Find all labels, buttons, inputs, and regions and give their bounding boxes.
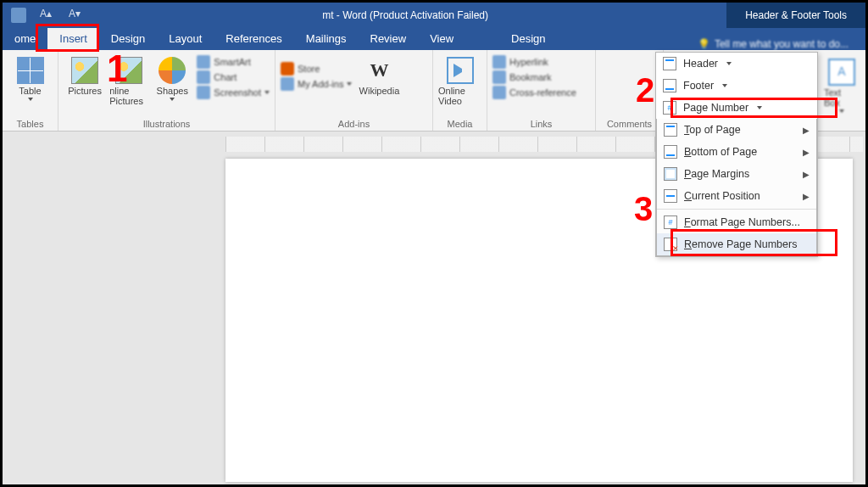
text-box-icon: A	[828, 59, 855, 86]
store-icon	[281, 62, 294, 76]
current-position-menu[interactable]: Current Position ▶	[657, 185, 816, 207]
hyperlink-button[interactable]: Hyperlink	[492, 55, 576, 69]
tell-me-search[interactable]: 💡 Tell me what you want to do...	[681, 38, 865, 50]
header-menu[interactable]: Header	[656, 53, 817, 75]
wikipedia-icon: W	[365, 57, 392, 84]
store-button[interactable]: Store	[281, 62, 352, 76]
chevron-right-icon: ▶	[803, 126, 810, 135]
table-button[interactable]: Table	[8, 53, 53, 101]
group-media: Media	[438, 119, 481, 131]
cross-reference-button[interactable]: Cross-reference	[492, 86, 576, 99]
online-pictures-icon	[115, 57, 142, 84]
page-margins-menu[interactable]: Page Margins ▶	[657, 163, 816, 185]
tab-view[interactable]: View	[418, 28, 465, 50]
window-title: mt - Word (Product Activation Failed)	[84, 9, 726, 21]
footer-menu[interactable]: Footer	[656, 75, 817, 97]
tab-mailings[interactable]: Mailings	[294, 28, 359, 50]
chart-icon	[197, 70, 210, 84]
group-addins: Add-ins	[281, 119, 427, 131]
lightbulb-icon: 💡	[698, 38, 709, 50]
page-number-icon: #	[663, 101, 676, 115]
quick-access-toolbar: A▴ A▾	[3, 8, 84, 23]
group-links: Links	[492, 119, 590, 131]
smartart-button[interactable]: SmartArt	[197, 55, 270, 69]
tab-context-design[interactable]: Design	[499, 28, 557, 50]
chevron-right-icon: ▶	[803, 170, 810, 179]
contextual-tab-group: Header & Footer Tools	[726, 3, 865, 28]
page-margins-icon	[664, 167, 677, 181]
remove-page-numbers-icon	[664, 238, 677, 251]
tab-design[interactable]: Design	[99, 28, 157, 50]
chart-button[interactable]: Chart	[197, 70, 270, 84]
tab-references[interactable]: References	[214, 28, 293, 50]
group-tables: Tables	[8, 119, 53, 131]
group-comments: Comments	[601, 119, 658, 131]
shapes-button[interactable]: Shapes	[151, 53, 193, 101]
wikipedia-button[interactable]: W Wikipedia	[355, 53, 403, 96]
format-page-numbers-icon: #	[664, 216, 677, 229]
text-box-button[interactable]: A Text Box	[824, 55, 860, 130]
chevron-right-icon: ▶	[803, 148, 810, 157]
ribbon: Table Tables Pictures nline Pictures Sha…	[3, 50, 865, 132]
title-bar: A▴ A▾ mt - Word (Product Activation Fail…	[3, 3, 865, 28]
pictures-icon	[71, 57, 98, 84]
tab-layout[interactable]: Layout	[157, 28, 214, 50]
video-icon	[447, 57, 474, 84]
screenshot-button[interactable]: Screenshot	[197, 86, 270, 99]
current-position-icon	[664, 189, 677, 203]
bottom-of-page-menu[interactable]: Bottom of Page ▶	[657, 141, 816, 163]
crossref-icon	[492, 86, 506, 99]
group-illustrations: Illustrations	[64, 119, 270, 131]
tab-insert[interactable]: Insert	[47, 28, 99, 50]
bookmark-button[interactable]: Bookmark	[492, 70, 576, 84]
footer-icon	[663, 79, 676, 92]
top-of-page-icon	[664, 123, 677, 137]
screenshot-icon	[197, 86, 210, 99]
header-footer-dropdown: Header Footer # Page Number Top of Page …	[655, 52, 818, 257]
header-icon	[663, 57, 676, 70]
bookmark-icon	[492, 70, 506, 84]
top-of-page-menu[interactable]: Top of Page ▶	[657, 119, 816, 141]
online-pictures-button[interactable]: nline Pictures	[109, 53, 147, 106]
page-number-menu[interactable]: # Page Number	[656, 97, 817, 119]
shapes-icon	[159, 57, 186, 84]
smartart-icon	[197, 55, 210, 69]
tell-me-placeholder: Tell me what you want to do...	[715, 38, 849, 50]
addins-icon	[281, 77, 294, 91]
remove-page-numbers-menu[interactable]: Remove Page Numbers	[657, 233, 816, 255]
pictures-button[interactable]: Pictures	[64, 53, 106, 96]
table-icon	[17, 57, 44, 84]
ribbon-tabs: ome Insert Design Layout References Mail…	[3, 28, 865, 50]
font-size-down-icon[interactable]: A▾	[69, 8, 84, 23]
online-video-button[interactable]: Online Video	[438, 53, 481, 106]
save-icon[interactable]	[11, 8, 26, 23]
font-size-up-icon[interactable]: A▴	[40, 8, 55, 23]
hyperlink-icon	[492, 55, 506, 69]
my-addins-button[interactable]: My Add-ins	[281, 77, 352, 91]
format-page-numbers-menu[interactable]: # Format Page Numbers...	[657, 211, 816, 233]
bottom-of-page-icon	[664, 145, 677, 159]
tab-home[interactable]: ome	[3, 28, 47, 50]
tab-review[interactable]: Review	[359, 28, 419, 50]
chevron-right-icon: ▶	[803, 192, 810, 201]
